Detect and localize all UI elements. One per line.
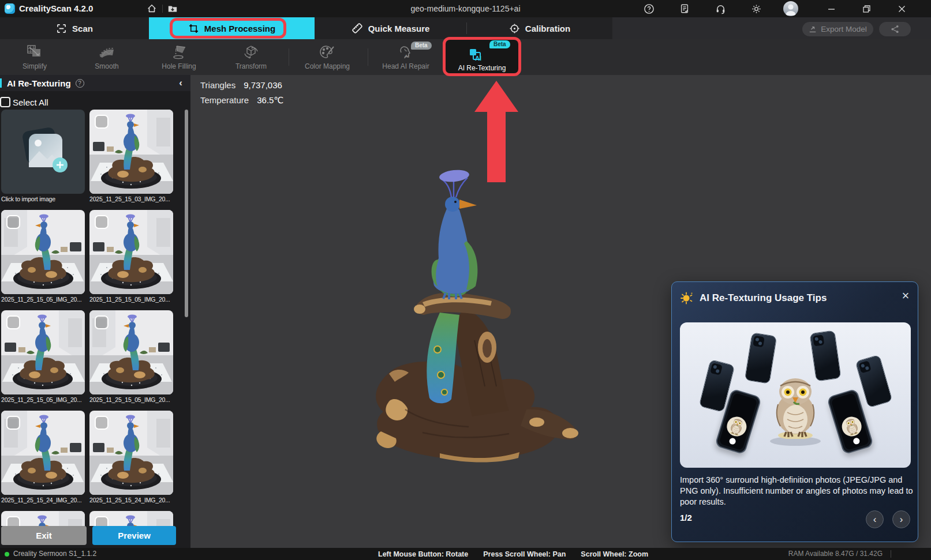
device-status-dot <box>5 552 9 557</box>
thumbnail-name: 2025_11_25_15_24_IMG_20... <box>1 497 85 503</box>
thumbnail-checkbox[interactable] <box>6 416 20 430</box>
scan-icon <box>56 23 67 34</box>
close-button[interactable] <box>892 0 911 17</box>
thumbnail-name: 2025_11_25_15_05_IMG_20... <box>89 396 173 403</box>
help-icon[interactable] <box>642 2 655 15</box>
settings-gear-icon[interactable] <box>750 2 762 15</box>
import-image-card[interactable]: Click to import image <box>1 110 85 202</box>
exit-button[interactable]: Exit <box>1 526 87 545</box>
tab-quick-measure[interactable]: Quick Measure <box>315 17 466 39</box>
thumbnail-checkbox[interactable] <box>95 115 109 129</box>
head-ai-repair-beta-badge: Beta <box>411 42 432 50</box>
tips-close-icon[interactable]: × <box>899 290 912 303</box>
panel-help-icon[interactable]: ? <box>76 79 84 88</box>
share-button[interactable] <box>879 22 911 36</box>
thumbnail-checkbox[interactable] <box>95 315 109 329</box>
tab-mesh-processing[interactable]: Mesh Processing <box>149 17 315 39</box>
hint-rotate: Left Mouse Button: Rotate <box>378 550 468 558</box>
hole-filling-label: Hole Filling <box>162 62 196 70</box>
user-avatar[interactable] <box>783 1 798 16</box>
ai-retexturing-panel: AI Re-Texturing ? ‹ Select All Click to … <box>0 75 190 548</box>
mouse-hints: Left Mouse Button: Rotate Press Scroll W… <box>378 548 648 560</box>
quick-measure-icon <box>352 22 363 34</box>
title-bar: CrealityScan 4.2.0 geo-medium-kongque-11… <box>0 0 931 17</box>
titlebar-divider <box>162 5 163 13</box>
triangles-value: 9,737,036 <box>244 80 282 90</box>
toolbar-smooth[interactable]: Smooth <box>75 39 139 75</box>
statusbar-divider <box>891 550 891 558</box>
toolbar-hole-filling[interactable]: Hole Filling <box>147 39 211 75</box>
feedback-survey-icon[interactable] <box>678 2 691 15</box>
panel-scrollbar[interactable] <box>185 110 188 317</box>
thumbnail-item[interactable]: 2025_11_25_15_05_IMG_20... <box>89 210 173 303</box>
toolbar-color-mapping[interactable]: Color Mapping <box>296 39 359 75</box>
thumbnail-checkbox[interactable] <box>6 516 20 526</box>
tips-header: AI Re-Texturing Usage Tips <box>680 291 827 305</box>
thumbnail-item-partial[interactable] <box>89 511 173 526</box>
tab-mesh-processing-label: Mesh Processing <box>204 24 275 33</box>
import-project-icon[interactable] <box>166 2 179 15</box>
thumbnail-checkbox[interactable] <box>6 215 20 229</box>
mesh-toolbar: Simplify Smooth Hole Filling Transform <box>0 39 931 75</box>
transform-icon <box>242 43 260 62</box>
ai-retexturing-icon: AI <box>467 46 484 65</box>
thumbnail-checkbox[interactable] <box>95 215 109 229</box>
thumbnail-item-partial[interactable] <box>1 511 85 526</box>
restore-button[interactable] <box>857 0 876 17</box>
app-title: CrealityScan 4.2.0 <box>19 0 93 17</box>
phone-icon <box>809 330 841 381</box>
tab-strip: Scan Mesh Processing Quick Measure Calib <box>0 17 931 39</box>
export-icon <box>809 25 817 33</box>
calibration-icon <box>509 23 520 34</box>
mesh-processing-icon <box>188 23 199 34</box>
smooth-label: Smooth <box>95 62 118 70</box>
exit-button-label: Exit <box>36 531 52 540</box>
ram-available: RAM Available 8.47G / 31.42G <box>788 548 883 560</box>
thumbnail-item[interactable]: 2025_11_25_15_03_IMG_20... <box>89 110 173 202</box>
support-headset-icon[interactable] <box>714 2 727 15</box>
panel-header: AI Re-Texturing ? ‹ <box>0 75 190 91</box>
toolbar-ai-retexturing[interactable]: AI AI Re-Texturing Beta <box>446 40 518 74</box>
thumbnail-checkbox[interactable] <box>6 315 20 329</box>
color-mapping-icon <box>318 43 336 62</box>
thumbnail-item[interactable]: 2025_11_25_15_24_IMG_20... <box>89 411 173 503</box>
peacock-3d-model[interactable] <box>353 167 582 469</box>
tab-scan[interactable]: Scan <box>0 17 149 39</box>
thumbnail-item[interactable]: 2025_11_25_15_05_IMG_20... <box>1 210 85 303</box>
thumbnail-item[interactable]: 2025_11_25_15_24_IMG_20... <box>1 411 85 503</box>
app-window: CrealityScan 4.2.0 geo-medium-kongque-11… <box>0 0 931 560</box>
tips-prev-button[interactable]: ‹ <box>866 510 884 528</box>
toolbar-head-ai-repair[interactable]: AI Head AI Repair Beta <box>374 39 438 75</box>
thumbnail-checkbox[interactable] <box>95 416 109 430</box>
tips-next-button[interactable]: › <box>892 510 910 528</box>
select-all-row[interactable]: Select All <box>0 97 48 107</box>
export-model-button[interactable]: Export Model <box>802 22 873 36</box>
thumbnail-item[interactable]: 2025_11_25_15_05_IMG_20... <box>89 310 173 403</box>
select-all-checkbox[interactable] <box>0 97 10 107</box>
transform-label: Transform <box>235 62 267 70</box>
minimize-button[interactable] <box>821 0 841 17</box>
temperature-stat: Temperature 36.5℃ <box>200 95 283 106</box>
toolbar-transform[interactable]: Transform <box>219 39 283 75</box>
thumbnail-checkbox[interactable] <box>95 516 109 526</box>
tips-bulb-icon <box>680 291 694 305</box>
import-image-label: Click to import image <box>1 196 85 202</box>
svg-text:AI: AI <box>475 55 481 62</box>
share-icon <box>891 25 899 33</box>
panel-collapse-icon[interactable]: ‹ <box>179 77 182 89</box>
head-ai-repair-label: Head AI Repair <box>382 62 429 70</box>
thumbnail-item[interactable]: 2025_11_25_15_05_IMG_20... <box>1 310 85 403</box>
tips-page-indicator: 1/2 <box>680 513 692 523</box>
tab-calibration[interactable]: Calibration <box>467 17 612 39</box>
color-mapping-label: Color Mapping <box>305 62 350 70</box>
ai-retexturing-beta-badge: Beta <box>489 40 510 48</box>
device-name: Creality Sermoon S1_1.1.2 <box>13 548 96 560</box>
tab-quick-measure-label: Quick Measure <box>368 24 430 33</box>
toolbar-simplify[interactable]: Simplify <box>3 39 66 75</box>
owl-figurine <box>767 375 824 446</box>
simplify-label: Simplify <box>23 62 47 70</box>
home-icon[interactable] <box>145 2 158 15</box>
ai-retexturing-label: AI Re-Texturing <box>446 64 518 72</box>
preview-button[interactable]: Preview <box>92 526 176 545</box>
thumbnail-name: 2025_11_25_15_05_IMG_20... <box>1 296 85 303</box>
